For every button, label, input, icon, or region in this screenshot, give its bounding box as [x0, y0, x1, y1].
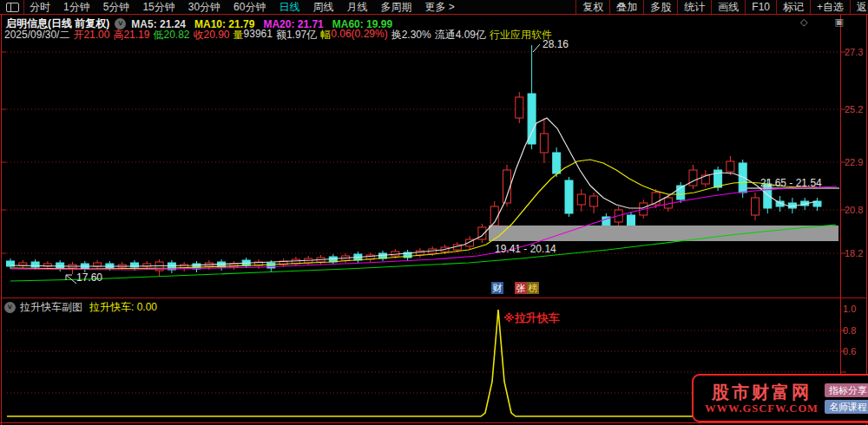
tab-60min[interactable]: 60分钟	[233, 0, 266, 15]
gridlines	[2, 52, 846, 393]
quote-amount: 额1.97亿	[276, 28, 317, 42]
toolbar-buttons: 复权 叠加 多股 统计 画线 F10 标记 +自选 返回	[575, 0, 868, 14]
add-watchlist-button[interactable]: +自选	[810, 0, 850, 14]
band-range-annotation: 19.41 - 20.14	[495, 243, 556, 255]
quote-float: 流通4.09亿	[435, 28, 486, 42]
svg-text:20.8: 20.8	[845, 205, 863, 215]
watermark-badges: 指标分享 名师课程	[825, 383, 868, 414]
quote-low: 低20.82	[153, 28, 189, 42]
period-tabs: 分时 1分钟 5分钟 15分钟 30分钟 60分钟 日线 周线 月线 多周期 更…	[30, 0, 455, 15]
quote-close: 收20.90	[194, 28, 230, 42]
moving-average-lines	[10, 118, 837, 281]
back-button[interactable]: 返回	[850, 0, 868, 14]
svg-text:25.2: 25.2	[845, 104, 863, 114]
price-band-overlay	[489, 188, 839, 241]
svg-text:27.3: 27.3	[845, 47, 863, 57]
quote-row: 2025/09/30/二 开21.00 高21.19 低20.82 收20.90…	[4, 28, 556, 42]
svg-text:0.8: 0.8	[843, 325, 856, 336]
candlestick-series	[7, 45, 822, 276]
peak-arrow-mark	[533, 44, 540, 52]
zhang-badge-button[interactable]: 张	[515, 282, 527, 294]
quote-amp: 0.06(0.29%)	[331, 28, 387, 42]
tab-daily[interactable]: 日线	[279, 0, 299, 15]
mark-button[interactable]: 标记	[776, 0, 810, 14]
draw-line-button[interactable]: 画线	[711, 0, 745, 14]
quote-high: 高21.19	[113, 28, 149, 42]
chart-canvas[interactable]: 27.325.222.920.818.21.00.80.6	[0, 0, 868, 425]
quote-vol: 93961	[244, 28, 273, 42]
tab-monthly[interactable]: 月线	[346, 0, 367, 15]
buy-signal-label: ※拉升快车	[503, 311, 560, 326]
tab-weekly[interactable]: 周线	[312, 0, 333, 15]
ma-last-annotation: 21.65 - 21.54	[760, 177, 822, 189]
tab-5min[interactable]: 5分钟	[103, 0, 130, 15]
period-menu-bar: 分时 1分钟 5分钟 15分钟 30分钟 60分钟 日线 周线 月线 多周期 更…	[0, 0, 868, 14]
watermark-badge-teacher-course: 名师课程	[825, 400, 868, 414]
peak-price-annotation: 28.16	[542, 38, 569, 50]
low-price-annotation: 17.60	[76, 271, 102, 284]
watermark-title: 股市财富网	[702, 382, 821, 402]
tab-30min[interactable]: 30分钟	[188, 0, 220, 15]
tab-more[interactable]: 更多 >	[424, 0, 454, 15]
sub-indicator-value: 拉升快车: 0.00	[89, 300, 157, 315]
corner-icons[interactable]: ◇ ▣	[800, 16, 856, 28]
sub-indicator-title[interactable]: 拉升快车副图	[20, 300, 82, 315]
tab-fenshi[interactable]: 分时	[30, 0, 50, 15]
bang-badge-button[interactable]: 榜	[527, 282, 539, 294]
watermark-badge-indicator-share: 指标分享	[825, 383, 868, 397]
axis-labels: 27.325.222.920.818.21.00.80.6	[843, 47, 863, 356]
tab-multi-period[interactable]: 多周期	[380, 0, 411, 15]
trading-app-window: { "app": { "periods": ["分时","1分钟","5分钟",…	[0, 0, 868, 425]
cai-badge-button[interactable]: 财	[491, 282, 503, 294]
quote-open: 开21.00	[73, 28, 109, 42]
quote-date: 2025/09/30/二	[4, 28, 69, 42]
svg-text:1.0: 1.0	[843, 304, 856, 314]
tab-15min[interactable]: 15分钟	[142, 0, 174, 15]
watermark-box: 股市财富网 WWW.GSCFW.COM 指标分享 名师课程	[692, 374, 868, 422]
svg-text:0.6: 0.6	[843, 346, 856, 356]
chevron-down-icon[interactable]: ˅	[4, 302, 16, 313]
stats-button[interactable]: 统计	[677, 0, 711, 14]
split-window-icon[interactable]	[6, 3, 19, 12]
svg-text:22.9: 22.9	[845, 157, 863, 167]
quote-amp-label: 幅	[320, 28, 331, 42]
sub-indicator-header: ˅ 拉升快车副图 拉升快车: 0.00	[4, 300, 157, 315]
svg-text:18.2: 18.2	[845, 248, 863, 258]
quote-turnover: 换2.30%	[391, 28, 431, 42]
tab-1min[interactable]: 1分钟	[63, 0, 90, 15]
f10-button[interactable]: F10	[745, 0, 776, 14]
watermark-text: 股市财富网 WWW.GSCFW.COM	[702, 382, 821, 415]
multi-stock-button[interactable]: 多股	[643, 0, 677, 14]
watermark-url: WWW.GSCFW.COM	[702, 402, 821, 415]
overlay-button[interactable]: 叠加	[609, 0, 643, 14]
quote-vol-label: 量	[233, 28, 244, 42]
fuquan-button[interactable]: 复权	[575, 0, 609, 14]
menu-separator	[23, 0, 24, 14]
